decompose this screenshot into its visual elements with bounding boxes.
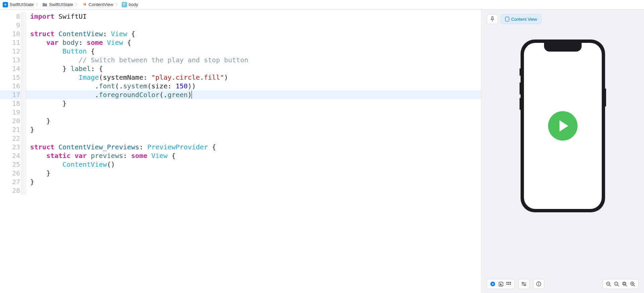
code-content[interactable]: struct ContentView: View { <box>30 29 481 38</box>
code-content[interactable]: var body: some View { <box>30 38 481 47</box>
breadcrumb-folder[interactable]: SwiftUIState <box>42 2 73 7</box>
code-content[interactable]: struct ContentView_Previews: PreviewProv… <box>30 143 481 151</box>
code-content[interactable]: } <box>30 177 481 186</box>
code-line[interactable]: 28 <box>0 186 481 195</box>
code-content[interactable]: .foregroundColor(.green) <box>30 90 481 99</box>
breadcrumb-property[interactable]: P body <box>122 2 138 7</box>
device-notch <box>544 43 582 52</box>
code-content[interactable]: static var previews: some View { <box>30 151 481 160</box>
live-preview-button[interactable] <box>490 281 495 287</box>
zoom-fit-button[interactable] <box>622 281 627 287</box>
fold-ribbon[interactable] <box>21 38 26 47</box>
code-line[interactable]: 15 Image(systemName: "play.circle.fill") <box>0 73 481 82</box>
play-button[interactable] <box>548 111 578 141</box>
code-line[interactable]: 9 <box>0 21 481 29</box>
line-number: 20 <box>0 117 21 125</box>
fold-ribbon[interactable] <box>21 134 26 143</box>
code-content[interactable]: } <box>30 117 481 125</box>
line-number: 13 <box>0 56 21 64</box>
device-screen[interactable] <box>524 43 602 209</box>
svg-rect-14 <box>538 284 539 285</box>
breadcrumb-property-label: body <box>129 2 138 7</box>
code-line[interactable]: 23struct ContentView_Previews: PreviewPr… <box>0 143 481 151</box>
code-line[interactable]: 24 static var previews: some View { <box>0 151 481 160</box>
fold-ribbon[interactable] <box>21 169 26 177</box>
code-content[interactable]: } label: { <box>30 64 481 73</box>
fold-ribbon[interactable] <box>21 29 26 38</box>
line-number: 15 <box>0 73 21 82</box>
line-number: 24 <box>0 151 21 160</box>
device-preview <box>521 40 605 212</box>
zoom-out-button[interactable] <box>606 281 611 287</box>
fold-ribbon[interactable] <box>21 177 26 186</box>
code-line[interactable]: 16 .font(.system(size: 150)) <box>0 82 481 90</box>
fold-ribbon[interactable] <box>21 82 26 90</box>
code-line[interactable]: 11 var body: some View { <box>0 38 481 47</box>
line-number: 9 <box>0 21 21 29</box>
fold-ribbon[interactable] <box>21 64 26 73</box>
content-view-selector[interactable]: Content View <box>501 14 541 24</box>
fold-ribbon[interactable] <box>21 160 26 169</box>
selectable-preview-button[interactable] <box>498 281 503 287</box>
code-line[interactable]: 20 } <box>0 117 481 125</box>
code-line[interactable]: 12 Button { <box>0 47 481 56</box>
breadcrumb-file[interactable]: ContentView <box>82 2 113 7</box>
code-editor[interactable]: 8import SwiftUI910struct ContentView: Vi… <box>0 9 481 293</box>
code-line[interactable]: 14 } label: { <box>0 64 481 73</box>
fold-ribbon[interactable] <box>21 186 26 195</box>
code-content[interactable]: } <box>30 99 481 108</box>
code-content[interactable]: // Switch between the play and stop butt… <box>30 56 481 64</box>
fold-ribbon[interactable] <box>21 99 26 108</box>
fold-ribbon[interactable] <box>21 125 26 134</box>
folder-icon <box>42 2 48 7</box>
fold-ribbon[interactable] <box>21 73 26 82</box>
line-number: 18 <box>0 99 21 108</box>
fold-ribbon[interactable] <box>21 21 26 29</box>
code-line[interactable]: 13 // Switch between the play and stop b… <box>0 56 481 64</box>
code-line[interactable]: 22 <box>0 134 481 143</box>
fold-ribbon[interactable] <box>21 47 26 56</box>
zoom-in-button[interactable] <box>630 281 635 287</box>
code-content[interactable] <box>30 134 481 143</box>
code-content[interactable]: ContentView() <box>30 160 481 169</box>
code-line[interactable]: 26 } <box>0 169 481 177</box>
code-line[interactable]: 10struct ContentView: View { <box>0 29 481 38</box>
code-content[interactable]: Button { <box>30 47 481 56</box>
code-content[interactable]: } <box>30 169 481 177</box>
variants-button[interactable] <box>506 281 512 287</box>
fold-ribbon[interactable] <box>21 117 26 125</box>
breadcrumb-project[interactable]: ✦ SwiftUIState <box>3 2 34 7</box>
fold-ribbon[interactable] <box>21 56 26 64</box>
fold-ribbon[interactable] <box>21 143 26 151</box>
code-content[interactable] <box>30 108 481 117</box>
swift-file-icon <box>82 2 87 7</box>
code-content[interactable] <box>30 21 481 29</box>
code-content[interactable]: .font(.system(size: 150)) <box>30 82 481 90</box>
fold-ribbon[interactable] <box>21 151 26 160</box>
code-content[interactable]: import SwiftUI <box>30 12 481 21</box>
content-view-label: Content View <box>511 17 537 22</box>
svg-line-19 <box>618 285 619 286</box>
code-content[interactable] <box>30 186 481 195</box>
code-line[interactable]: 18 } <box>0 99 481 108</box>
device-settings-button[interactable] <box>518 279 530 289</box>
code-line[interactable]: 27} <box>0 177 481 186</box>
code-line[interactable]: 17 .foregroundColor(.green) <box>0 90 481 99</box>
code-line[interactable]: 19 <box>0 108 481 117</box>
chevron-right-icon: 〉 <box>115 2 120 8</box>
code-line[interactable]: 8import SwiftUI <box>0 12 481 21</box>
svg-rect-6 <box>508 284 509 285</box>
preview-info-button[interactable] <box>533 279 544 289</box>
canvas-controls-group <box>487 279 515 289</box>
code-content[interactable]: } <box>30 125 481 134</box>
code-line[interactable]: 25 ContentView() <box>0 160 481 169</box>
fold-ribbon[interactable] <box>21 12 26 21</box>
code-line[interactable]: 21} <box>0 125 481 134</box>
line-number: 26 <box>0 169 21 177</box>
zoom-actual-button[interactable]: 1 <box>614 281 619 287</box>
pin-preview-button[interactable] <box>487 14 498 24</box>
fold-ribbon[interactable] <box>21 108 26 117</box>
code-content[interactable]: Image(systemName: "play.circle.fill") <box>30 73 481 82</box>
fold-ribbon[interactable] <box>21 90 26 99</box>
svg-rect-7 <box>510 284 511 285</box>
